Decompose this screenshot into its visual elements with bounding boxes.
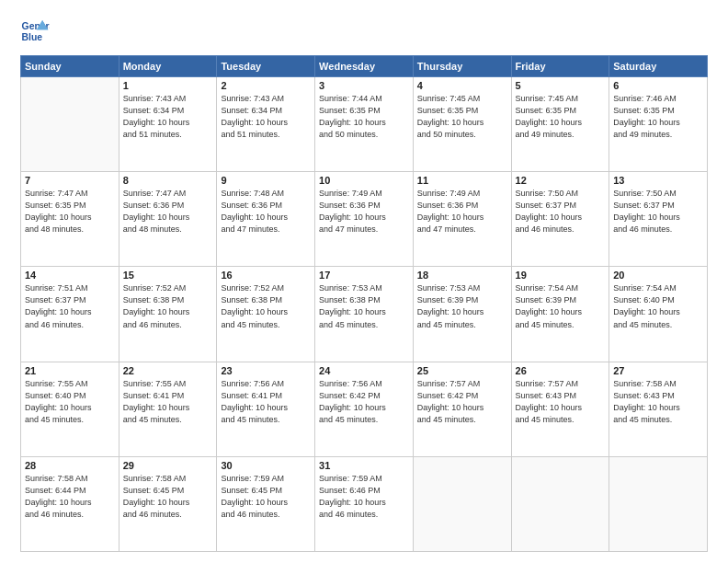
calendar-cell: 12Sunrise: 7:50 AM Sunset: 6:37 PM Dayli… [511, 172, 609, 267]
day-number: 9 [221, 175, 311, 186]
week-row-1: 7Sunrise: 7:47 AM Sunset: 6:35 PM Daylig… [21, 172, 708, 267]
day-number: 6 [613, 80, 703, 91]
calendar-cell: 30Sunrise: 7:59 AM Sunset: 6:45 PM Dayli… [217, 456, 315, 551]
calendar-cell: 4Sunrise: 7:45 AM Sunset: 6:35 PM Daylig… [413, 77, 511, 172]
weekday-header-saturday: Saturday [609, 56, 708, 77]
calendar-cell [511, 456, 609, 551]
calendar-cell: 6Sunrise: 7:46 AM Sunset: 6:35 PM Daylig… [609, 77, 708, 172]
day-info: Sunrise: 7:50 AM Sunset: 6:37 PM Dayligh… [516, 188, 606, 236]
calendar-cell: 31Sunrise: 7:59 AM Sunset: 6:46 PM Dayli… [315, 456, 414, 551]
day-info: Sunrise: 7:56 AM Sunset: 6:41 PM Dayligh… [221, 378, 311, 426]
calendar-cell: 23Sunrise: 7:56 AM Sunset: 6:41 PM Dayli… [217, 362, 315, 456]
week-row-4: 28Sunrise: 7:58 AM Sunset: 6:44 PM Dayli… [21, 456, 708, 551]
calendar-cell: 29Sunrise: 7:58 AM Sunset: 6:45 PM Dayli… [119, 456, 217, 551]
day-info: Sunrise: 7:58 AM Sunset: 6:44 PM Dayligh… [25, 473, 115, 521]
calendar-cell: 16Sunrise: 7:52 AM Sunset: 6:38 PM Dayli… [217, 267, 315, 362]
day-info: Sunrise: 7:59 AM Sunset: 6:46 PM Dayligh… [319, 473, 409, 521]
calendar-cell: 26Sunrise: 7:57 AM Sunset: 6:43 PM Dayli… [511, 362, 609, 456]
calendar-cell: 5Sunrise: 7:45 AM Sunset: 6:35 PM Daylig… [511, 77, 609, 172]
calendar-cell: 18Sunrise: 7:53 AM Sunset: 6:39 PM Dayli… [413, 267, 511, 362]
day-info: Sunrise: 7:45 AM Sunset: 6:35 PM Dayligh… [417, 93, 507, 141]
day-number: 8 [123, 175, 213, 186]
day-info: Sunrise: 7:59 AM Sunset: 6:45 PM Dayligh… [221, 473, 311, 521]
page: General Blue SundayMondayTuesdayWednesda… [0, 0, 728, 563]
calendar-cell: 15Sunrise: 7:52 AM Sunset: 6:38 PM Dayli… [119, 267, 217, 362]
day-info: Sunrise: 7:48 AM Sunset: 6:36 PM Dayligh… [221, 188, 311, 236]
weekday-header-friday: Friday [511, 56, 609, 77]
day-info: Sunrise: 7:50 AM Sunset: 6:37 PM Dayligh… [613, 188, 703, 236]
calendar-cell [413, 456, 511, 551]
week-row-0: 1Sunrise: 7:43 AM Sunset: 6:34 PM Daylig… [21, 77, 708, 172]
calendar-cell: 10Sunrise: 7:49 AM Sunset: 6:36 PM Dayli… [315, 172, 414, 267]
calendar-cell: 28Sunrise: 7:58 AM Sunset: 6:44 PM Dayli… [21, 456, 119, 551]
day-number: 16 [221, 270, 311, 281]
calendar-cell: 7Sunrise: 7:47 AM Sunset: 6:35 PM Daylig… [21, 172, 119, 267]
calendar-cell: 13Sunrise: 7:50 AM Sunset: 6:37 PM Dayli… [609, 172, 708, 267]
weekday-header-sunday: Sunday [21, 56, 119, 77]
day-number: 13 [613, 175, 703, 186]
calendar-cell: 24Sunrise: 7:56 AM Sunset: 6:42 PM Dayli… [315, 362, 414, 456]
weekday-header-thursday: Thursday [413, 56, 511, 77]
week-row-3: 21Sunrise: 7:55 AM Sunset: 6:40 PM Dayli… [21, 362, 708, 456]
day-number: 18 [417, 270, 507, 281]
day-info: Sunrise: 7:57 AM Sunset: 6:43 PM Dayligh… [516, 378, 606, 426]
day-number: 7 [25, 175, 115, 186]
logo-icon: General Blue [20, 17, 50, 46]
svg-text:Blue: Blue [22, 32, 43, 42]
day-number: 27 [613, 365, 703, 376]
calendar-cell: 17Sunrise: 7:53 AM Sunset: 6:38 PM Dayli… [315, 267, 414, 362]
day-number: 4 [417, 80, 507, 91]
weekday-header-tuesday: Tuesday [217, 56, 315, 77]
calendar-cell: 9Sunrise: 7:48 AM Sunset: 6:36 PM Daylig… [217, 172, 315, 267]
day-info: Sunrise: 7:53 AM Sunset: 6:38 PM Dayligh… [319, 282, 409, 330]
calendar-cell: 2Sunrise: 7:43 AM Sunset: 6:34 PM Daylig… [217, 77, 315, 172]
day-number: 14 [25, 270, 115, 281]
day-info: Sunrise: 7:49 AM Sunset: 6:36 PM Dayligh… [417, 188, 507, 236]
day-info: Sunrise: 7:58 AM Sunset: 6:45 PM Dayligh… [123, 473, 213, 521]
day-info: Sunrise: 7:43 AM Sunset: 6:34 PM Dayligh… [123, 93, 213, 141]
calendar-cell: 1Sunrise: 7:43 AM Sunset: 6:34 PM Daylig… [119, 77, 217, 172]
calendar-cell: 27Sunrise: 7:58 AM Sunset: 6:43 PM Dayli… [609, 362, 708, 456]
day-number: 17 [319, 270, 409, 281]
day-number: 15 [123, 270, 213, 281]
day-number: 5 [516, 80, 606, 91]
day-info: Sunrise: 7:54 AM Sunset: 6:39 PM Dayligh… [516, 282, 606, 330]
day-info: Sunrise: 7:51 AM Sunset: 6:37 PM Dayligh… [25, 282, 115, 330]
day-info: Sunrise: 7:53 AM Sunset: 6:39 PM Dayligh… [417, 282, 507, 330]
day-number: 3 [319, 80, 409, 91]
day-number: 29 [123, 460, 213, 471]
day-info: Sunrise: 7:49 AM Sunset: 6:36 PM Dayligh… [319, 188, 409, 236]
calendar-cell: 25Sunrise: 7:57 AM Sunset: 6:42 PM Dayli… [413, 362, 511, 456]
calendar-cell: 14Sunrise: 7:51 AM Sunset: 6:37 PM Dayli… [21, 267, 119, 362]
calendar-cell: 21Sunrise: 7:55 AM Sunset: 6:40 PM Dayli… [21, 362, 119, 456]
weekday-header-monday: Monday [119, 56, 217, 77]
calendar-cell: 22Sunrise: 7:55 AM Sunset: 6:41 PM Dayli… [119, 362, 217, 456]
day-info: Sunrise: 7:52 AM Sunset: 6:38 PM Dayligh… [221, 282, 311, 330]
day-info: Sunrise: 7:47 AM Sunset: 6:36 PM Dayligh… [123, 188, 213, 236]
day-number: 26 [516, 365, 606, 376]
day-info: Sunrise: 7:54 AM Sunset: 6:40 PM Dayligh… [613, 282, 703, 330]
day-number: 21 [25, 365, 115, 376]
day-info: Sunrise: 7:55 AM Sunset: 6:40 PM Dayligh… [25, 378, 115, 426]
calendar-cell: 3Sunrise: 7:44 AM Sunset: 6:35 PM Daylig… [315, 77, 414, 172]
day-number: 1 [123, 80, 213, 91]
calendar-cell [609, 456, 708, 551]
day-number: 31 [319, 460, 409, 471]
week-row-2: 14Sunrise: 7:51 AM Sunset: 6:37 PM Dayli… [21, 267, 708, 362]
calendar-cell: 11Sunrise: 7:49 AM Sunset: 6:36 PM Dayli… [413, 172, 511, 267]
day-info: Sunrise: 7:47 AM Sunset: 6:35 PM Dayligh… [25, 188, 115, 236]
day-info: Sunrise: 7:56 AM Sunset: 6:42 PM Dayligh… [319, 378, 409, 426]
day-number: 20 [613, 270, 703, 281]
day-number: 12 [516, 175, 606, 186]
calendar-cell: 8Sunrise: 7:47 AM Sunset: 6:36 PM Daylig… [119, 172, 217, 267]
day-number: 25 [417, 365, 507, 376]
day-info: Sunrise: 7:52 AM Sunset: 6:38 PM Dayligh… [123, 282, 213, 330]
day-info: Sunrise: 7:55 AM Sunset: 6:41 PM Dayligh… [123, 378, 213, 426]
day-number: 24 [319, 365, 409, 376]
header: General Blue [20, 17, 708, 46]
calendar-cell: 19Sunrise: 7:54 AM Sunset: 6:39 PM Dayli… [511, 267, 609, 362]
calendar-cell: 20Sunrise: 7:54 AM Sunset: 6:40 PM Dayli… [609, 267, 708, 362]
day-number: 2 [221, 80, 311, 91]
day-info: Sunrise: 7:57 AM Sunset: 6:42 PM Dayligh… [417, 378, 507, 426]
calendar-cell [21, 77, 119, 172]
